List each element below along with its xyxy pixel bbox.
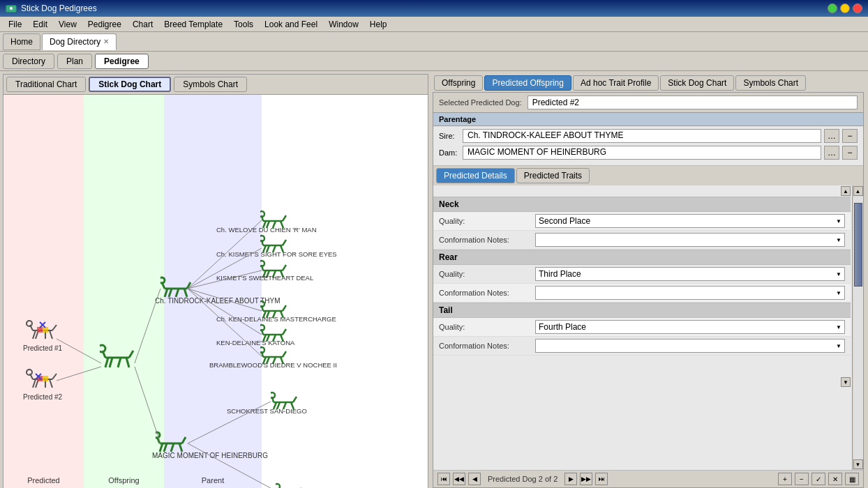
rear-notes-label: Conformation Notes: xyxy=(439,289,530,297)
sire-minus-btn[interactable]: − xyxy=(842,129,858,143)
svg-point-33 xyxy=(100,345,105,352)
parent-dog-1-icon[interactable] xyxy=(160,275,191,300)
vscroll-thumb[interactable] xyxy=(854,203,862,287)
tab-dog-directory[interactable]: Dog Directory ✕ xyxy=(42,33,117,50)
subtab-plan[interactable]: Plan xyxy=(57,54,92,69)
svg-rect-11 xyxy=(37,327,43,333)
sire-ellipsis-btn[interactable]: … xyxy=(824,129,839,143)
gp-dog-8-icon[interactable] xyxy=(276,482,302,488)
vertical-scrollbar[interactable]: ▲ ▼ xyxy=(852,185,863,470)
nav-first-btn[interactable]: ⏮ xyxy=(437,473,450,485)
nav-prev-prev-btn[interactable]: ◀◀ xyxy=(453,473,465,485)
detail-tab-predicted-traits[interactable]: Predicted Traits xyxy=(516,168,590,183)
predicted-dog-2[interactable]: Predicted #2 xyxy=(23,367,62,401)
svg-point-57 xyxy=(260,211,264,217)
titlebar-controls[interactable] xyxy=(828,3,862,13)
nav-next-btn[interactable]: ▶ xyxy=(564,473,577,485)
nav-last-btn[interactable]: ⏭ xyxy=(595,473,608,485)
tail-quality-arrow: ▼ xyxy=(836,324,841,330)
svg-line-38 xyxy=(176,289,179,297)
dam-minus-btn[interactable]: − xyxy=(842,146,858,160)
menu-view[interactable]: View xyxy=(53,18,82,31)
pedigree-chart-area: Predicted Offspring Parent xyxy=(3,95,428,488)
menu-look-and-feel[interactable]: Look and Feel xyxy=(259,18,323,31)
menu-tools[interactable]: Tools xyxy=(228,18,259,31)
maximize-btn[interactable] xyxy=(828,3,837,13)
nav-check-btn[interactable]: ✓ xyxy=(811,473,825,485)
predicted-dog-1[interactable]: Predicted #1 xyxy=(23,318,62,352)
right-tab-stick-dog[interactable]: Stick Dog Chart xyxy=(660,75,734,91)
gp-dog-2-label: Ch. KISMET'S SIGHT FOR SORE EYES xyxy=(216,250,337,258)
tail-quality-label: Quality: xyxy=(439,323,530,331)
parent-dog-2-icon[interactable] xyxy=(156,429,186,455)
tab-close-icon[interactable]: ✕ xyxy=(103,38,109,45)
nav-cancel-btn[interactable]: ✕ xyxy=(828,473,842,485)
gp-dog-4-label: Ch. KEN-DELAINE'S MASTERCHARGE xyxy=(216,315,336,323)
menu-window[interactable]: Window xyxy=(323,18,364,31)
col-grandparent xyxy=(262,95,428,488)
parentage-header: Parentage xyxy=(433,113,863,126)
svg-point-49 xyxy=(156,432,160,438)
traits-scroll[interactable]: ▲ Neck Quality: Second Place ▼ C xyxy=(433,185,852,470)
chart-tab-traditional[interactable]: Traditional Chart xyxy=(6,77,86,92)
vscroll-down-btn[interactable]: ▼ xyxy=(853,459,863,469)
chart-tab-symbols[interactable]: Symbols Chart xyxy=(174,77,247,92)
detail-tab-predicted-details[interactable]: Predicted Details xyxy=(436,168,515,183)
scroll-down-btn[interactable]: ▼ xyxy=(841,377,851,387)
nav-grid-btn[interactable]: ▦ xyxy=(845,473,859,485)
parentage-section: Sire: Ch. TINDROCK-KALEEF ABOUT THYME … … xyxy=(433,126,863,166)
svg-line-44 xyxy=(160,443,163,452)
nav-remove-btn[interactable]: − xyxy=(795,473,809,485)
svg-point-9 xyxy=(27,321,32,326)
svg-line-98 xyxy=(283,351,286,357)
right-tab-predicted-offspring[interactable]: Predicted Offspring xyxy=(484,75,571,91)
vscroll-up-btn[interactable]: ▲ xyxy=(853,186,863,196)
chart-tab-stick-dog[interactable]: Stick Dog Chart xyxy=(89,77,171,92)
neck-quality-label: Quality: xyxy=(439,217,530,225)
menu-breed-template[interactable]: Breed Template xyxy=(158,18,228,31)
left-pane: Traditional Chart Stick Dog Chart Symbol… xyxy=(3,74,428,488)
svg-point-97 xyxy=(260,347,264,353)
dam-ellipsis-btn[interactable]: … xyxy=(824,146,839,160)
svg-line-28 xyxy=(105,358,108,367)
menu-pedigree[interactable]: Pedigree xyxy=(82,18,127,31)
sire-label: Sire: xyxy=(439,132,460,140)
nav-prev-btn[interactable]: ◀ xyxy=(468,473,481,485)
right-content: Selected Predicted Dog: Predicted #2 Par… xyxy=(433,92,864,488)
subtab-directory[interactable]: Directory xyxy=(3,54,54,69)
menu-edit[interactable]: Edit xyxy=(27,18,53,31)
sire-row: Sire: Ch. TINDROCK-KALEEF ABOUT THYME … … xyxy=(439,129,858,143)
svg-rect-12 xyxy=(43,327,48,333)
right-tab-offspring[interactable]: Offspring xyxy=(434,75,483,91)
col-offspring: Offspring xyxy=(84,95,164,488)
rear-notes-select[interactable]: ▼ xyxy=(535,286,845,300)
svg-point-89 xyxy=(260,325,264,330)
subtab-pedigree[interactable]: Pedigree xyxy=(95,54,149,69)
svg-line-47 xyxy=(179,443,182,452)
scroll-up-btn[interactable]: ▲ xyxy=(841,186,851,196)
tab-home[interactable]: Home xyxy=(3,33,40,50)
neck-notes-label: Conformation Notes: xyxy=(439,236,530,244)
offspring-dog-icon[interactable] xyxy=(100,342,135,372)
close-btn[interactable] xyxy=(853,3,862,13)
tail-quality-select[interactable]: Fourth Place ▼ xyxy=(535,320,845,334)
menu-file[interactable]: File xyxy=(3,18,27,31)
svg-line-42 xyxy=(187,282,190,289)
nav-next-next-btn[interactable]: ▶▶ xyxy=(580,473,592,485)
minimize-btn[interactable] xyxy=(840,3,850,13)
right-tab-symbols[interactable]: Symbols Chart xyxy=(735,75,806,91)
neck-quality-arrow: ▼ xyxy=(836,218,841,224)
trait-group-tail: Tail xyxy=(433,303,851,318)
predicted-dog-1-icon xyxy=(26,318,59,343)
svg-line-31 xyxy=(126,358,129,367)
menu-chart[interactable]: Chart xyxy=(127,18,158,31)
svg-line-74 xyxy=(283,265,286,270)
document-tabbar: Home Dog Directory ✕ xyxy=(0,32,868,52)
rear-quality-select[interactable]: Third Place ▼ xyxy=(535,267,845,281)
menu-help[interactable]: Help xyxy=(364,18,393,31)
neck-notes-select[interactable]: ▼ xyxy=(535,233,845,247)
neck-quality-select[interactable]: Second Place ▼ xyxy=(535,214,845,228)
nav-add-btn[interactable]: + xyxy=(778,473,792,485)
tail-notes-select[interactable]: ▼ xyxy=(535,339,845,353)
right-tab-adhoc[interactable]: Ad hoc Trait Profile xyxy=(573,75,659,91)
